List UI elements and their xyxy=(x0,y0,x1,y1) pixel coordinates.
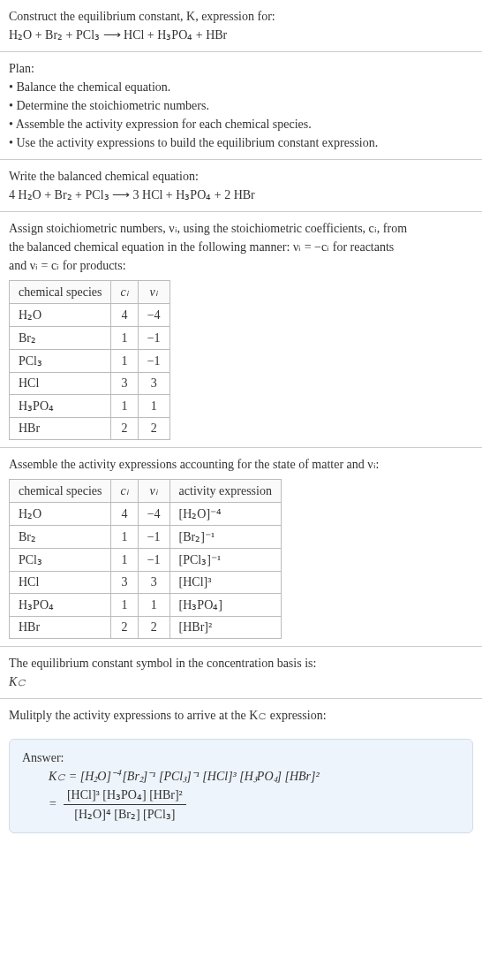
col-ci: cᵢ xyxy=(111,281,138,304)
balanced-title: Write the balanced chemical equation: xyxy=(9,167,473,186)
col-vi: νᵢ xyxy=(138,480,169,503)
cell-vi: −4 xyxy=(138,304,169,327)
plan-title: Plan: xyxy=(9,59,473,78)
answer-eq-line1: K𝚌 = [H₂O]⁻⁴ [Br₂]⁻¹ [PCl₃]⁻¹ [HCl]³ [H₃… xyxy=(49,767,460,786)
table-row: H₂O 4 −4 [H₂O]⁻⁴ xyxy=(10,503,282,526)
section-activity-table: Assemble the activity expressions accoun… xyxy=(0,448,482,647)
cell-species: Br₂ xyxy=(10,327,111,350)
fraction-numerator: [HCl]³ [H₃PO₄] [HBr]² xyxy=(64,786,186,805)
col-vi: νᵢ xyxy=(138,281,169,304)
fraction-denominator: [H₂O]⁴ [Br₂] [PCl₃] xyxy=(64,805,186,824)
table-row: Br₂ 1 −1 xyxy=(10,327,170,350)
cell-activity: [H₂O]⁻⁴ xyxy=(169,503,281,526)
plan-bullet-3: • Assemble the activity expression for e… xyxy=(9,115,473,133)
cell-ci: 1 xyxy=(111,526,138,549)
symbol-kc: K𝚌 xyxy=(9,672,473,691)
cell-species: HBr xyxy=(10,617,111,639)
section-construct: Construct the equilibrium constant, K, e… xyxy=(0,0,482,52)
answer-box: Answer: K𝚌 = [H₂O]⁻⁴ [Br₂]⁻¹ [PCl₃]⁻¹ [H… xyxy=(9,739,473,833)
col-species: chemical species xyxy=(10,480,111,503)
cell-vi: −4 xyxy=(138,503,169,526)
cell-vi: 1 xyxy=(138,594,169,617)
cell-species: H₃PO₄ xyxy=(10,594,111,617)
table-row: HBr 2 2 xyxy=(10,418,170,440)
plan-bullet-4: • Use the activity expressions to build … xyxy=(9,133,473,152)
section-symbol: The equilibrium constant symbol in the c… xyxy=(0,647,482,699)
table-header-row: chemical species cᵢ νᵢ xyxy=(10,281,170,304)
col-activity: activity expression xyxy=(169,480,281,503)
unbalanced-equation: H₂O + Br₂ + PCl₃ ⟶ HCl + H₃PO₄ + HBr xyxy=(9,26,473,44)
section-plan: Plan: • Balance the chemical equation. •… xyxy=(0,52,482,160)
cell-vi: −1 xyxy=(138,327,169,350)
cell-vi: 2 xyxy=(138,418,169,440)
cell-activity: [HCl]³ xyxy=(169,572,281,594)
symbol-intro: The equilibrium constant symbol in the c… xyxy=(9,654,473,672)
cell-ci: 1 xyxy=(111,350,138,373)
cell-species: PCl₃ xyxy=(10,350,111,373)
stoich-intro-2: the balanced chemical equation in the fo… xyxy=(9,238,473,256)
cell-vi: 1 xyxy=(138,395,169,418)
stoich-intro-3: and νᵢ = cᵢ for products: xyxy=(9,256,473,275)
construct-line1: Construct the equilibrium constant, K, e… xyxy=(9,7,473,26)
section-multiply: Mulitply the activity expressions to arr… xyxy=(0,699,482,732)
stoich-intro-1: Assign stoichiometric numbers, νᵢ, using… xyxy=(9,219,473,238)
activity-table: chemical species cᵢ νᵢ activity expressi… xyxy=(9,479,282,639)
stoichiometry-table: chemical species cᵢ νᵢ H₂O 4 −4 Br₂ 1 −1… xyxy=(9,280,170,440)
cell-ci: 4 xyxy=(111,304,138,327)
answer-eq-line2: = [HCl]³ [H₃PO₄] [HBr]² [H₂O]⁴ [Br₂] [PC… xyxy=(49,786,460,824)
cell-vi: −1 xyxy=(138,549,169,572)
cell-activity: [Br₂]⁻¹ xyxy=(169,526,281,549)
table-row: H₂O 4 −4 xyxy=(10,304,170,327)
cell-vi: −1 xyxy=(138,526,169,549)
table-row: Br₂ 1 −1 [Br₂]⁻¹ xyxy=(10,526,282,549)
multiply-intro: Mulitply the activity expressions to arr… xyxy=(9,706,473,725)
section-stoich-table: Assign stoichiometric numbers, νᵢ, using… xyxy=(0,212,482,448)
table-row: H₃PO₄ 1 1 [H₃PO₄] xyxy=(10,594,282,617)
cell-species: HBr xyxy=(10,418,111,440)
cell-species: HCl xyxy=(10,373,111,395)
table-row: PCl₃ 1 −1 [PCl₃]⁻¹ xyxy=(10,549,282,572)
cell-activity: [H₃PO₄] xyxy=(169,594,281,617)
plan-bullet-1: • Balance the chemical equation. xyxy=(9,78,473,96)
table-row: HCl 3 3 xyxy=(10,373,170,395)
cell-species: Br₂ xyxy=(10,526,111,549)
cell-vi: 2 xyxy=(138,617,169,639)
cell-ci: 3 xyxy=(111,572,138,594)
balanced-equation: 4 H₂O + Br₂ + PCl₃ ⟶ 3 HCl + H₃PO₄ + 2 H… xyxy=(9,186,473,204)
cell-ci: 1 xyxy=(111,327,138,350)
table-row: HCl 3 3 [HCl]³ xyxy=(10,572,282,594)
cell-species: PCl₃ xyxy=(10,549,111,572)
col-species: chemical species xyxy=(10,281,111,304)
cell-species: H₂O xyxy=(10,503,111,526)
cell-ci: 3 xyxy=(111,373,138,395)
table-row: HBr 2 2 [HBr]² xyxy=(10,617,282,639)
cell-ci: 4 xyxy=(111,503,138,526)
cell-species: H₂O xyxy=(10,304,111,327)
cell-vi: 3 xyxy=(138,572,169,594)
cell-ci: 1 xyxy=(111,594,138,617)
table-header-row: chemical species cᵢ νᵢ activity expressi… xyxy=(10,480,282,503)
cell-ci: 2 xyxy=(111,418,138,440)
answer-eq2-prefix: = xyxy=(49,797,60,810)
cell-vi: −1 xyxy=(138,350,169,373)
plan-bullet-2: • Determine the stoichiometric numbers. xyxy=(9,96,473,115)
cell-species: H₃PO₄ xyxy=(10,395,111,418)
cell-ci: 1 xyxy=(111,395,138,418)
activity-intro: Assemble the activity expressions accoun… xyxy=(9,455,473,474)
table-row: H₃PO₄ 1 1 xyxy=(10,395,170,418)
fraction: [HCl]³ [H₃PO₄] [HBr]² [H₂O]⁴ [Br₂] [PCl₃… xyxy=(64,786,186,824)
cell-vi: 3 xyxy=(138,373,169,395)
cell-activity: [PCl₃]⁻¹ xyxy=(169,549,281,572)
answer-title: Answer: xyxy=(22,748,460,767)
cell-ci: 2 xyxy=(111,617,138,639)
cell-species: HCl xyxy=(10,572,111,594)
table-row: PCl₃ 1 −1 xyxy=(10,350,170,373)
col-ci: cᵢ xyxy=(111,480,138,503)
cell-activity: [HBr]² xyxy=(169,617,281,639)
cell-ci: 1 xyxy=(111,549,138,572)
section-balanced: Write the balanced chemical equation: 4 … xyxy=(0,160,482,212)
